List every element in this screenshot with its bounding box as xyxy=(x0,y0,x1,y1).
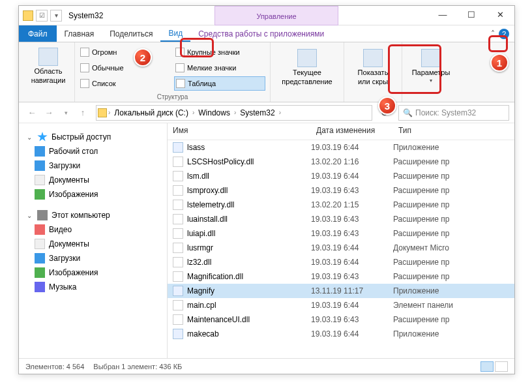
nav-label: Изображения xyxy=(49,190,98,199)
qat-new-folder[interactable]: ▾ xyxy=(50,10,62,22)
table-row[interactable]: main.cpl19.03.19 6:44Элемент панели xyxy=(168,298,514,312)
forward-button[interactable]: → xyxy=(41,105,57,121)
tab-home[interactable]: Главная xyxy=(57,25,102,42)
table-row[interactable]: Magnify13.11.19 11:17Приложение xyxy=(168,284,514,298)
nav-label: Рабочий стол xyxy=(49,147,98,156)
file-name: Magnify xyxy=(187,286,214,295)
file-type: Расширение пр xyxy=(393,272,514,281)
options-button[interactable]: Параметры ▾ xyxy=(406,45,456,83)
layout-details-label: Таблица xyxy=(188,80,216,87)
layout-large-label: Крупные значки xyxy=(187,48,240,56)
file-date: 19.03.19 6:43 xyxy=(311,229,393,238)
search-input[interactable]: 🔍 Поиск: System32 xyxy=(398,105,509,121)
table-row[interactable]: lsmproxy.dll19.03.19 6:43Расширение пр xyxy=(168,183,514,198)
table-row[interactable]: Magnification.dll19.03.19 6:43Расширение… xyxy=(168,269,514,284)
up-button[interactable]: ↑ xyxy=(75,105,91,121)
table-row[interactable]: lusrmgr19.03.19 6:44Документ Micro xyxy=(168,241,514,255)
table-row[interactable]: luiapi.dll19.03.19 6:43Расширение пр xyxy=(168,226,514,241)
qat-properties[interactable]: ☑ xyxy=(36,10,48,22)
address-bar[interactable]: › Локальный диск (C:) › Windows › System… xyxy=(96,105,372,121)
file-icon xyxy=(173,157,183,167)
nav-video[interactable]: Видео xyxy=(22,222,164,237)
table-row[interactable]: makecab19.03.19 6:44Приложение xyxy=(168,327,514,341)
nav-downloads[interactable]: Загрузки xyxy=(22,158,164,173)
contextual-tab[interactable]: Управление xyxy=(214,6,338,25)
navigation-pane-button[interactable]: Область навигации xyxy=(23,45,74,84)
file-date: 19.03.19 6:44 xyxy=(311,243,393,252)
nav-documents[interactable]: Документы xyxy=(22,173,164,187)
file-name: lz32.dll xyxy=(187,258,211,267)
nav-downloads2[interactable]: Загрузки xyxy=(22,251,164,265)
maximize-button[interactable]: ☐ xyxy=(457,6,486,24)
file-name: LSCSHostPolicy.dll xyxy=(187,157,254,166)
nav-quick-access[interactable]: ⌄Быстрый доступ xyxy=(22,130,164,144)
file-icon xyxy=(173,142,183,153)
file-type: Расширение пр xyxy=(393,200,514,209)
file-icon xyxy=(173,200,183,210)
search-placeholder: Поиск: System32 xyxy=(415,108,476,117)
file-icon xyxy=(173,228,183,239)
file-icon xyxy=(173,171,183,181)
breadcrumb[interactable]: System32 xyxy=(237,108,277,117)
folder-icon xyxy=(98,108,107,117)
address-row: ← → ▾ ↑ › Локальный диск (C:) › Windows … xyxy=(19,102,514,123)
view-large-button[interactable] xyxy=(495,361,508,372)
nav-this-pc[interactable]: ⌄Этот компьютер xyxy=(22,208,164,222)
table-row[interactable]: lz32.dll19.03.19 6:44Расширение пр xyxy=(168,255,514,269)
nav-desktop[interactable]: Рабочий стол xyxy=(22,144,164,158)
navigation-pane[interactable]: ⌄Быстрый доступ Рабочий стол Загрузки До… xyxy=(19,123,168,358)
col-type[interactable]: Тип xyxy=(393,123,514,140)
nav-music[interactable]: Музыка xyxy=(22,280,164,294)
tab-share[interactable]: Поделиться xyxy=(102,25,160,42)
file-name: luiapi.dll xyxy=(187,229,215,238)
breadcrumb[interactable]: Локальный диск (C:) xyxy=(111,108,191,117)
file-name: Magnification.dll xyxy=(187,272,243,281)
help-icon[interactable]: ? xyxy=(499,29,509,39)
layout-small[interactable]: Мелкие значки xyxy=(174,61,265,75)
table-row[interactable]: LSCSHostPolicy.dll13.02.20 1:16Расширени… xyxy=(168,155,514,169)
table-row[interactable]: MaintenanceUI.dll19.03.19 6:43Расширение… xyxy=(168,312,514,327)
layout-med-label: Обычные xyxy=(92,64,124,72)
sh-l2: или скры xyxy=(358,78,388,85)
file-list[interactable]: lsass19.03.19 6:44ПриложениеLSCSHostPoli… xyxy=(168,140,514,358)
col-name[interactable]: Имя xyxy=(168,123,311,140)
nav-documents2[interactable]: Документы xyxy=(22,237,164,251)
layout-medium[interactable]: Обычные xyxy=(79,61,170,75)
layout-large[interactable]: Крупные значки xyxy=(174,45,265,59)
file-name: lusrmgr xyxy=(187,243,213,252)
tab-view[interactable]: Вид xyxy=(160,25,190,42)
nav-label: Документы xyxy=(49,239,89,249)
file-icon xyxy=(173,243,183,253)
file-type: Документ Micro xyxy=(393,243,514,252)
tab-app-tools[interactable]: Средства работы с приложениями xyxy=(190,25,332,42)
nav-label: Этот компьютер xyxy=(52,211,110,220)
file-name: MaintenanceUI.dll xyxy=(187,315,250,324)
file-type: Расширение пр xyxy=(393,157,514,166)
nav-pictures2[interactable]: Изображения xyxy=(22,265,164,280)
nav-label: Изображения xyxy=(49,268,98,277)
current-view-button[interactable]: Текущее представление xyxy=(274,45,340,85)
file-icon xyxy=(173,214,183,224)
breadcrumb[interactable]: Windows xyxy=(196,108,233,117)
status-bar: Элементов: 4 564 Выбран 1 элемент: 436 К… xyxy=(19,358,514,374)
table-row[interactable]: lsm.dll19.03.19 6:44Расширение пр xyxy=(168,169,514,183)
collapse-ribbon-icon[interactable]: ˄ xyxy=(491,29,495,38)
layout-list[interactable]: Список xyxy=(79,76,170,91)
col-date[interactable]: Дата изменения xyxy=(311,123,393,140)
table-row[interactable]: luainstall.dll19.03.19 6:43Расширение пр xyxy=(168,212,514,226)
recent-locations[interactable]: ▾ xyxy=(58,105,74,121)
table-row[interactable]: lstelemetry.dll13.02.20 1:15Расширение п… xyxy=(168,198,514,212)
column-headers: Имя Дата изменения Тип xyxy=(168,123,514,140)
view-details-button[interactable] xyxy=(480,361,494,372)
tab-file[interactable]: Файл xyxy=(19,25,57,42)
layout-list-label: Список xyxy=(92,80,116,87)
back-button[interactable]: ← xyxy=(24,105,40,121)
table-row[interactable]: lsass19.03.19 6:44Приложение xyxy=(168,140,514,155)
layout-details[interactable]: Таблица xyxy=(174,76,265,91)
nav-pictures[interactable]: Изображения xyxy=(22,187,164,202)
layout-extra-large[interactable]: Огромн xyxy=(79,45,170,59)
close-button[interactable]: ✕ xyxy=(486,6,514,24)
file-date: 13.02.20 1:15 xyxy=(311,200,393,209)
minimize-button[interactable]: — xyxy=(428,6,457,24)
show-hide-button[interactable]: Показать или скры xyxy=(348,45,398,85)
